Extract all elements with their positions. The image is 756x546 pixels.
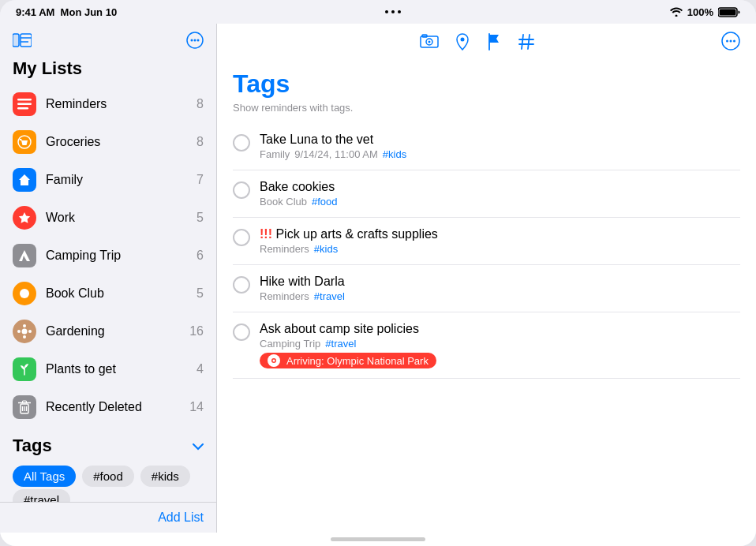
- list-item[interactable]: Book Club 5: [0, 275, 216, 312]
- list-name-reminders: Reminders: [46, 97, 196, 111]
- svg-point-9: [194, 39, 196, 42]
- reminder-title-2: Bake cookies: [260, 180, 740, 194]
- tag-pill-food[interactable]: #food: [82, 466, 134, 487]
- battery-percent: 100%: [687, 6, 713, 18]
- svg-point-39: [730, 40, 732, 43]
- svg-point-20: [28, 330, 32, 333]
- reminder-tag-1[interactable]: #kids: [383, 148, 406, 160]
- list-item[interactable]: Gardening 16: [0, 312, 216, 350]
- work-icon: [13, 206, 36, 230]
- location-badge-icon: [268, 354, 280, 367]
- tags-chevron-icon[interactable]: [193, 438, 204, 454]
- list-name-deleted: Recently Deleted: [46, 400, 189, 414]
- reminder-circle-4[interactable]: [233, 276, 250, 294]
- list-count-family: 7: [196, 173, 204, 187]
- add-list-button[interactable]: Add List: [13, 510, 204, 525]
- list-count-bookclub: 5: [196, 286, 204, 301]
- reminder-circle-5[interactable]: [233, 323, 250, 341]
- reminder-meta-1: Family 9/14/24, 11:00 AM #kids: [260, 148, 740, 160]
- toolbar-flag-button[interactable]: [486, 33, 502, 54]
- reminder-meta-4: Reminders #travel: [260, 290, 740, 302]
- main-panel: Tags Show reminders with tags. Take Luna…: [217, 24, 756, 533]
- sidebar-toggle-button[interactable]: [13, 32, 32, 48]
- list-count-groceries: 8: [196, 135, 204, 149]
- reminder-tag-3[interactable]: #kids: [314, 243, 338, 255]
- toolbar-icons: [420, 33, 535, 54]
- list-count-gardening: 16: [189, 324, 204, 338]
- reminder-circle-3[interactable]: [233, 229, 250, 246]
- tags-view: Tags Show reminders with tags. Take Luna…: [217, 63, 756, 533]
- tag-pill-all[interactable]: All Tags: [13, 466, 76, 487]
- reminder-list-3: Reminders: [260, 243, 309, 255]
- reminder-item-2: Bake cookies Book Club #food: [233, 170, 740, 218]
- list-name-family: Family: [46, 173, 196, 187]
- svg-rect-3: [13, 34, 19, 47]
- svg-point-16: [22, 329, 28, 335]
- svg-point-10: [197, 39, 200, 42]
- location-badge: Arriving: Olympic National Park: [260, 353, 436, 368]
- list-name-camping: Camping Trip: [46, 249, 196, 263]
- camping-icon: [13, 244, 36, 267]
- tag-pill-kids[interactable]: #kids: [140, 466, 190, 487]
- svg-rect-4: [21, 34, 32, 47]
- list-name-groceries: Groceries: [46, 135, 196, 149]
- svg-point-42: [273, 360, 275, 362]
- reminder-tag-5[interactable]: #travel: [325, 338, 356, 350]
- reminder-list-4: Reminders: [260, 290, 309, 302]
- list-item[interactable]: Groceries 8: [0, 123, 216, 161]
- reminder-item-3: !!! Pick up arts & crafts supplies Remin…: [233, 218, 740, 265]
- reminder-list-2: Book Club: [260, 196, 307, 208]
- status-center: [385, 10, 401, 13]
- list-item[interactable]: Plants to get 4: [0, 350, 216, 388]
- svg-rect-23: [23, 401, 27, 403]
- svg-rect-13: [17, 107, 28, 110]
- svg-rect-12: [17, 103, 32, 106]
- svg-point-17: [23, 324, 26, 327]
- sidebar-more-button[interactable]: [186, 32, 204, 49]
- reminder-tag-2[interactable]: #food: [312, 196, 338, 208]
- reminders-icon: [13, 92, 36, 116]
- reminder-title-5: Ask about camp site policies: [260, 322, 740, 336]
- list-item[interactable]: Family 7: [0, 161, 216, 199]
- tag-pills-container: All Tags #food #kids: [13, 466, 204, 487]
- svg-point-8: [191, 39, 193, 42]
- toolbar-hash-button[interactable]: [518, 33, 535, 54]
- bookclub-icon: [13, 282, 36, 305]
- toolbar-location-button[interactable]: [455, 33, 470, 54]
- reminder-meta-5: Camping Trip #travel: [260, 338, 740, 350]
- location-badge-text: Arriving: Olympic National Park: [286, 355, 429, 367]
- list-item[interactable]: Recently Deleted 14: [0, 388, 216, 426]
- tags-section-title: Tags: [13, 436, 52, 456]
- reminder-content-1: Take Luna to the vet Family 9/14/24, 11:…: [260, 133, 740, 160]
- reminder-meta-2: Book Club #food: [260, 196, 740, 208]
- svg-line-33: [522, 35, 523, 49]
- deleted-icon: [13, 395, 36, 419]
- reminder-circle-1[interactable]: [233, 134, 250, 151]
- family-icon: [13, 168, 36, 192]
- list-count-work: 5: [196, 211, 204, 225]
- plants-icon: [13, 357, 36, 381]
- status-bar: 9:41 AM Mon Jun 10 100%: [0, 0, 756, 24]
- svg-rect-11: [17, 99, 32, 101]
- list-item[interactable]: Reminders 8: [0, 85, 216, 123]
- home-bar: [331, 537, 425, 541]
- reminder-content-4: Hike with Darla Reminders #travel: [260, 275, 740, 302]
- status-time: 9:41 AM Mon Jun 10: [16, 6, 117, 18]
- list-item[interactable]: Camping Trip 6: [0, 237, 216, 275]
- reminder-tag-4[interactable]: #travel: [314, 290, 345, 302]
- main-toolbar: [217, 24, 756, 63]
- svg-point-38: [726, 40, 728, 43]
- toolbar-more-button[interactable]: [721, 32, 740, 55]
- exclamation-mark: !!!: [260, 227, 272, 241]
- sidebar: My Lists Reminders 8: [0, 24, 217, 533]
- reminder-item-5: Ask about camp site policies Camping Tri…: [233, 312, 740, 379]
- sidebar-header: [0, 24, 216, 55]
- list-item[interactable]: Work 5: [0, 199, 216, 237]
- tag-pill-travel[interactable]: #travel: [13, 489, 70, 502]
- toolbar-camera-button[interactable]: [420, 34, 439, 54]
- svg-point-19: [17, 330, 21, 333]
- svg-point-30: [428, 40, 430, 43]
- reminder-circle-2[interactable]: [233, 181, 250, 199]
- sidebar-footer: Add List: [0, 502, 216, 533]
- svg-rect-1: [720, 9, 736, 15]
